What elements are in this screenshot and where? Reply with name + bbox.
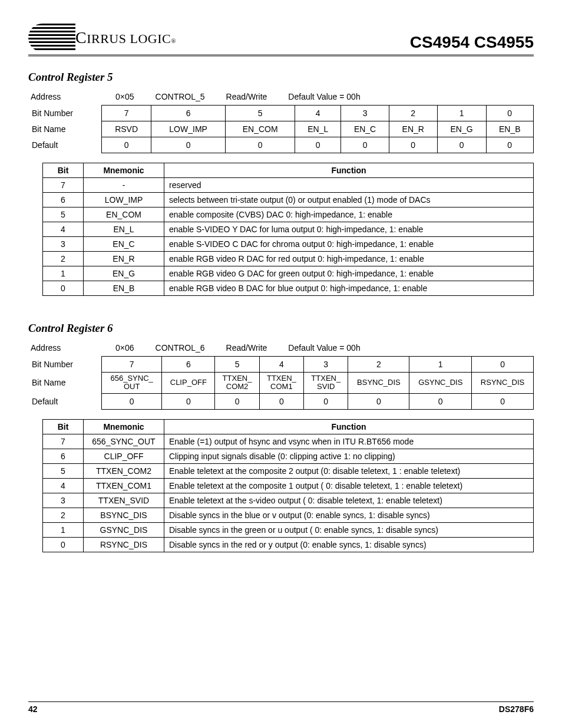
default-value: 0	[341, 137, 389, 153]
bit-name-row: Bit Name 656_SYNC_OUT CLIP_OFF TTXEN_COM…	[28, 373, 534, 394]
col-mnemonic: Mnemonic	[84, 419, 164, 434]
bit-cell: 6	[43, 193, 84, 207]
default-value: 0	[437, 137, 486, 153]
row-label: Bit Name	[28, 121, 102, 137]
mnemonic-cell: TTXEN_SVID	[84, 493, 164, 508]
bit-name: EN_L	[295, 121, 341, 137]
bit-number: 6	[151, 106, 226, 121]
function-cell: enable RGB video R DAC for red output 0:…	[164, 252, 534, 266]
mnemonic-cell: 656_SYNC_OUT	[84, 434, 164, 449]
function-row: 4EN_Lenable S-VIDEO Y DAC for luma outpu…	[43, 222, 534, 237]
default-value: 0	[151, 137, 226, 153]
bit-name: BSYNC_DIS	[348, 373, 409, 394]
page-header: C IRRUS LOGIC ® CS4954 CS4955	[28, 17, 534, 52]
default-value: 0	[162, 393, 215, 409]
row-label: Default	[28, 393, 102, 409]
bit-cell: 3	[43, 237, 84, 252]
register-name: CONTROL_5	[156, 92, 205, 101]
footer-divider	[28, 701, 534, 702]
default-row: Default 0 0 0 0 0 0 0 0	[28, 137, 534, 153]
function-cell: Disable syncs in the green or u output (…	[164, 522, 534, 537]
default-value: 0	[472, 393, 534, 409]
bit-name: TTXEN_COM1	[259, 373, 303, 394]
bit-cell: 0	[43, 281, 84, 296]
function-header-row: Bit Mnemonic Function	[43, 419, 534, 434]
bit-definition-table: Bit Number 7 6 5 4 3 2 1 0 Bit Name RSVD…	[28, 105, 534, 153]
address-value: 0×05	[115, 92, 134, 101]
bit-number: 5	[215, 357, 259, 373]
col-mnemonic: Mnemonic	[84, 163, 164, 178]
bit-number: 1	[409, 357, 472, 373]
mnemonic-cell: TTXEN_COM2	[84, 463, 164, 478]
function-cell: Enable (=1) output of hsync and vsync wh…	[164, 434, 534, 449]
logo-bars-icon	[28, 24, 75, 52]
mnemonic-cell: EN_COM	[84, 207, 164, 222]
bit-number: 3	[304, 357, 348, 373]
bit-name: EN_B	[486, 121, 533, 137]
function-cell: Clipping input signals disable (0: clipp…	[164, 449, 534, 463]
bit-number: 7	[102, 106, 151, 121]
address-label: Address	[31, 92, 94, 101]
row-label: Bit Name	[28, 373, 102, 394]
bit-cell: 2	[43, 508, 84, 522]
row-label: Default	[28, 137, 102, 153]
bit-cell: 7	[43, 178, 84, 193]
bit-cell: 1	[43, 266, 84, 281]
row-label: Bit Number	[28, 106, 102, 121]
bit-cell: 1	[43, 522, 84, 537]
function-row: 2EN_Renable RGB video R DAC for red outp…	[43, 252, 534, 266]
page-footer: 42 DS278F6	[28, 701, 534, 714]
bit-cell: 2	[43, 252, 84, 266]
function-cell: Disable syncs in the red or y output (0:…	[164, 537, 534, 552]
function-row: 7-reserved	[43, 178, 534, 193]
company-name-letter: C	[75, 28, 87, 47]
function-row: 0EN_Benable RGB video B DAC for blue out…	[43, 281, 534, 296]
function-row: 5TTXEN_COM2Enable teletext at the compos…	[43, 463, 534, 478]
registered-icon: ®	[171, 37, 176, 44]
bit-number-row: Bit Number 7 6 5 4 3 2 1 0	[28, 106, 534, 121]
function-row: 4TTXEN_COM1Enable teletext at the compos…	[43, 478, 534, 493]
mnemonic-cell: GSYNC_DIS	[84, 522, 164, 537]
bit-name: CLIP_OFF	[162, 373, 215, 394]
bit-name: EN_R	[389, 121, 437, 137]
default-value: 0	[259, 393, 303, 409]
mnemonic-cell: EN_B	[84, 281, 164, 296]
bit-name: EN_G	[437, 121, 486, 137]
default-value: 0	[102, 393, 162, 409]
company-name-rest: IRRUS LOGIC	[87, 31, 171, 47]
bit-number: 7	[102, 357, 162, 373]
bit-definition-table: Bit Number 7 6 5 4 3 2 1 0 Bit Name 656_…	[28, 356, 534, 410]
mnemonic-cell: -	[84, 178, 164, 193]
header-divider	[28, 54, 534, 57]
doc-id: DS278F6	[499, 704, 534, 714]
default-value: 0	[348, 393, 409, 409]
function-cell: enable RGB video B DAC for blue output 0…	[164, 281, 534, 296]
bit-cell: 5	[43, 207, 84, 222]
function-table: Bit Mnemonic Function 7-reserved6LOW_IMP…	[42, 163, 534, 296]
bit-number: 2	[389, 106, 437, 121]
default-value: 0	[304, 393, 348, 409]
mnemonic-cell: CLIP_OFF	[84, 449, 164, 463]
function-cell: Enable teletext at the composite 1 outpu…	[164, 478, 534, 493]
mnemonic-cell: RSYNC_DIS	[84, 537, 164, 552]
mnemonic-cell: EN_L	[84, 222, 164, 237]
function-cell: Disable syncs in the blue or v output (0…	[164, 508, 534, 522]
bit-cell: 6	[43, 449, 84, 463]
address-line: Address 0×06 CONTROL_6 Read/Write Defaul…	[31, 343, 534, 353]
col-bit: Bit	[43, 419, 84, 434]
default-value: 0	[102, 137, 151, 153]
col-function: Function	[164, 163, 534, 178]
default-value: 0	[389, 137, 437, 153]
function-row: 5EN_COMenable composite (CVBS) DAC 0: hi…	[43, 207, 534, 222]
function-row: 3EN_Cenable S-VIDEO C DAC for chroma out…	[43, 237, 534, 252]
section-title: Control Register 5	[28, 71, 534, 84]
address-line: Address 0×05 CONTROL_5 Read/Write Defaul…	[31, 92, 534, 101]
mnemonic-cell: TTXEN_COM1	[84, 478, 164, 493]
mnemonic-cell: EN_R	[84, 252, 164, 266]
bit-number: 4	[295, 106, 341, 121]
bit-number: 1	[437, 106, 486, 121]
function-cell: enable S-VIDEO C DAC for chroma output 0…	[164, 237, 534, 252]
bit-name: TTXEN_COM2	[215, 373, 259, 394]
col-bit: Bit	[43, 163, 84, 178]
section-title: Control Register 6	[28, 322, 534, 335]
